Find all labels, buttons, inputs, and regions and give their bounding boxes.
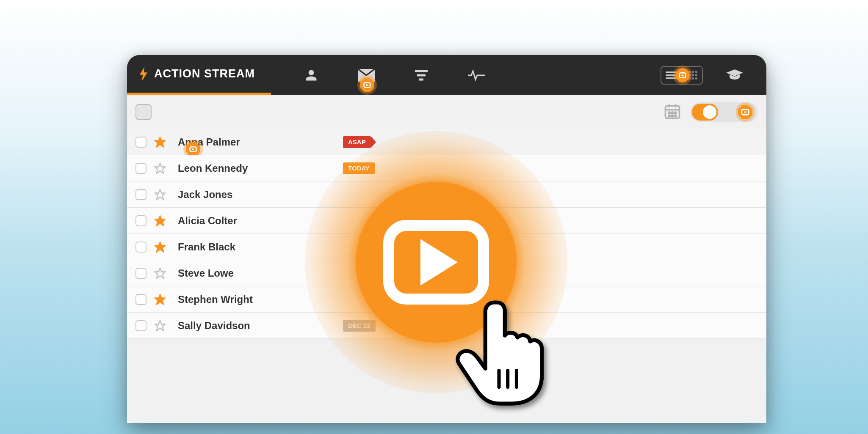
select-all-checkbox[interactable] <box>135 104 152 120</box>
svg-marker-15 <box>744 111 747 113</box>
svg-point-8 <box>669 112 670 114</box>
star-icon[interactable] <box>154 215 166 227</box>
due-badge: TODAY <box>343 162 375 174</box>
svg-marker-24 <box>155 294 165 304</box>
nav-icons <box>271 55 485 95</box>
svg-point-11 <box>669 115 670 117</box>
due-badge: ASAP <box>343 136 371 148</box>
list-toolbar <box>127 95 766 129</box>
activity-icon[interactable] <box>468 69 485 82</box>
star-icon[interactable] <box>154 267 166 279</box>
due-badge: DEC 22 <box>343 320 376 332</box>
contact-name: Stephen Wright <box>174 294 253 305</box>
svg-rect-2 <box>415 70 428 72</box>
contacts-icon[interactable] <box>305 69 318 82</box>
svg-marker-18 <box>192 148 194 151</box>
contact-row[interactable]: Leon KennedyTODAY <box>127 155 766 181</box>
row-checkbox[interactable] <box>135 163 147 174</box>
filter-icon[interactable] <box>415 70 428 81</box>
contact-row[interactable]: Frank Black <box>127 234 766 260</box>
brand-title: ACTION STREAM <box>154 67 255 80</box>
svg-marker-6 <box>682 74 684 76</box>
svg-marker-1 <box>366 84 368 86</box>
star-icon[interactable] <box>154 162 166 174</box>
svg-marker-19 <box>155 163 165 173</box>
view-tutorial-hotspot[interactable] <box>674 67 691 84</box>
graduation-icon[interactable] <box>726 69 743 82</box>
stream-toggle[interactable] <box>692 104 718 121</box>
row-checkbox[interactable] <box>135 294 147 305</box>
calendar-icon[interactable] <box>663 102 682 122</box>
star-icon[interactable] <box>154 320 166 332</box>
row-checkbox[interactable] <box>135 137 147 148</box>
svg-marker-16 <box>155 137 165 147</box>
contact-name: Jack Jones <box>174 189 232 201</box>
svg-marker-23 <box>155 268 165 278</box>
contact-name: Anna Palmer <box>174 136 240 148</box>
row-checkbox[interactable] <box>135 268 147 279</box>
star-icon[interactable] <box>154 294 166 305</box>
mail-icon[interactable] <box>358 69 375 82</box>
contact-name: Frank Black <box>174 241 235 253</box>
svg-point-10 <box>675 112 677 114</box>
topbar: ACTION STREAM <box>127 55 766 95</box>
contact-list: Anna PalmerASAPLeon KennedyTODAYJack Jon… <box>127 129 766 339</box>
row-checkbox[interactable] <box>135 320 147 331</box>
contact-name: Leon Kennedy <box>174 162 248 174</box>
svg-point-9 <box>672 112 673 114</box>
svg-point-12 <box>672 115 673 117</box>
svg-rect-4 <box>419 78 423 80</box>
contact-name: Sally Davidson <box>174 320 250 332</box>
svg-rect-3 <box>417 74 426 76</box>
contact-name: Alicia Colter <box>174 215 237 227</box>
stream-toggle-group <box>690 102 758 122</box>
star-icon[interactable] <box>154 241 166 253</box>
topbar-right <box>661 55 766 95</box>
toggle-tutorial-hotspot[interactable] <box>737 104 754 121</box>
row-checkbox[interactable] <box>135 189 147 200</box>
star-icon[interactable] <box>154 136 166 148</box>
svg-marker-25 <box>155 321 165 330</box>
star-icon[interactable] <box>154 189 166 201</box>
contact-name: Steve Lowe <box>174 267 234 279</box>
contact-row[interactable]: Stephen Wright <box>127 286 766 313</box>
contact-row[interactable]: Anna PalmerASAP <box>127 129 766 155</box>
svg-marker-20 <box>155 190 165 199</box>
mail-tutorial-hotspot[interactable] <box>359 77 376 93</box>
svg-point-13 <box>675 115 677 117</box>
contact-row[interactable]: Jack Jones <box>127 181 766 208</box>
row-checkbox[interactable] <box>135 215 147 226</box>
contact-row[interactable]: Alicia Colter <box>127 208 766 234</box>
app-window: ACTION STREAM <box>127 55 766 423</box>
bolt-icon <box>139 67 148 81</box>
view-toggle[interactable] <box>661 66 703 85</box>
action-stream-tab[interactable]: ACTION STREAM <box>127 55 271 95</box>
contact-row[interactable]: Steve Lowe <box>127 260 766 286</box>
row-checkbox[interactable] <box>135 242 147 253</box>
svg-marker-21 <box>155 216 165 225</box>
contact-row[interactable]: Sally DavidsonDEC 22 <box>127 313 766 339</box>
svg-marker-22 <box>155 242 165 252</box>
